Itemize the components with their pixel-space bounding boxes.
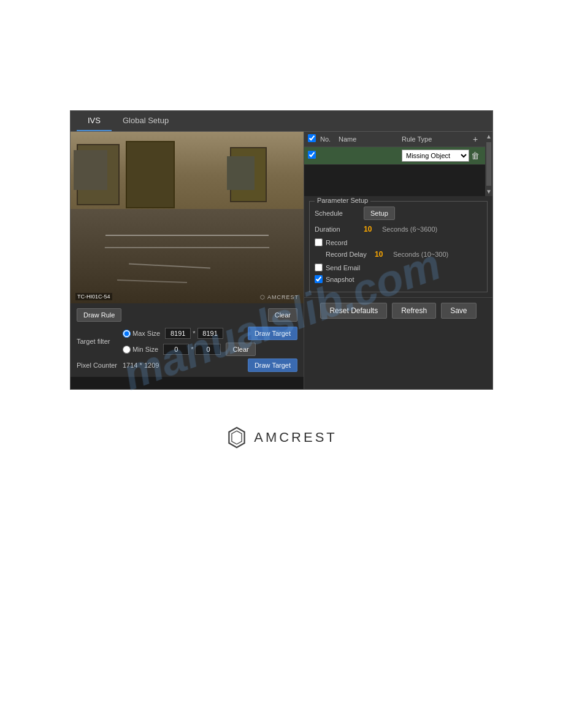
- min-size-width-input[interactable]: [163, 344, 189, 355]
- pixel-multiplier: *: [140, 362, 144, 369]
- scene-door-center: [126, 141, 175, 208]
- record-delay-value: 10: [375, 250, 393, 259]
- send-email-checkbox[interactable]: [315, 264, 323, 271]
- record-delay-label: Record Delay: [326, 251, 375, 258]
- reset-defaults-button[interactable]: Reset Defaults: [320, 303, 387, 319]
- max-size-radio[interactable]: [123, 330, 131, 338]
- snapshot-row: Snapshot: [315, 275, 482, 283]
- page-wrapper: manualslib.com IVS Global Setup: [0, 0, 563, 728]
- rules-body: Missing Object Abandoned Object Tripwire…: [304, 147, 485, 196]
- scrollbar-track: [486, 142, 491, 186]
- ui-container: IVS Global Setup: [70, 110, 493, 390]
- rules-scrollbar: ▲ ▼: [485, 132, 492, 196]
- schedule-label: Schedule: [315, 210, 364, 217]
- draw-target-button-1[interactable]: Draw Target: [248, 327, 297, 340]
- camera-feed: TC-HI01C-54 ⬡ AMCREST Draw Rule Clear Ta…: [71, 132, 304, 389]
- rules-header-type: Rule Type: [402, 135, 469, 143]
- rules-area: No. Name Rule Type +: [304, 132, 492, 196]
- record-delay-row: Record Delay 10 Seconds (10~300): [315, 250, 482, 259]
- min-size-row: Min Size * Clear: [123, 343, 297, 356]
- scrollbar-down[interactable]: ▼: [484, 187, 493, 196]
- max-size-height-input[interactable]: [197, 328, 223, 339]
- tab-bar: IVS Global Setup: [71, 111, 492, 132]
- refresh-button[interactable]: Refresh: [392, 303, 436, 319]
- rules-table: No. Name Rule Type +: [304, 132, 485, 196]
- parameter-setup-legend: Parameter Setup: [315, 197, 370, 204]
- min-size-multiplier: *: [191, 346, 193, 353]
- send-email-row: Send Email: [315, 264, 482, 271]
- rules-header-name: Name: [339, 135, 402, 143]
- pixel-counter-label: Pixel Counter: [77, 362, 123, 369]
- duration-row: Duration 10 Seconds (6~3600): [315, 225, 482, 233]
- pixel-counter-row: Pixel Counter 1714 * 1209 Draw Target: [77, 358, 297, 372]
- record-delay-unit: Seconds (10~300): [393, 251, 448, 258]
- send-email-label: Send Email: [326, 264, 360, 271]
- content-area: TC-HI01C-54 ⬡ AMCREST Draw Rule Clear Ta…: [71, 132, 492, 389]
- table-row: Missing Object Abandoned Object Tripwire…: [304, 147, 485, 165]
- rule-type-select[interactable]: Missing Object Abandoned Object Tripwire…: [402, 150, 469, 162]
- scene-truck-left: [74, 150, 107, 190]
- save-button[interactable]: Save: [441, 303, 476, 319]
- duration-label: Duration: [315, 226, 364, 233]
- max-size-inputs: *: [165, 328, 223, 339]
- rules-header-no: No.: [320, 135, 339, 143]
- clear-button[interactable]: Clear: [268, 308, 297, 322]
- max-size-multiplier: *: [193, 330, 195, 337]
- camera-controls: Draw Rule Clear Target filter Max Size: [71, 303, 304, 377]
- record-row: Record: [315, 238, 482, 246]
- min-size-radio[interactable]: [123, 346, 131, 354]
- snapshot-checkbox[interactable]: [315, 275, 323, 283]
- schedule-setup-button[interactable]: Setup: [364, 207, 395, 220]
- svg-marker-1: [232, 431, 242, 444]
- target-filter-label: Target filter: [77, 338, 123, 345]
- camera-timestamp: TC-HI01C-54: [75, 293, 112, 300]
- amcrest-brand-text: AMCREST: [254, 430, 337, 446]
- max-size-row: Max Size * Draw Target: [123, 327, 297, 340]
- snapshot-label: Snapshot: [326, 276, 354, 283]
- min-size-radio-label[interactable]: Min Size: [123, 346, 158, 354]
- draw-rule-button[interactable]: Draw Rule: [77, 308, 121, 322]
- min-size-height-input[interactable]: [195, 344, 221, 355]
- add-rule-button[interactable]: +: [469, 134, 481, 144]
- parameter-setup: Parameter Setup Schedule Setup Duration …: [309, 201, 488, 292]
- clear-button-2[interactable]: Clear: [226, 343, 255, 356]
- max-size-radio-label[interactable]: Max Size: [123, 330, 160, 338]
- record-checkbox[interactable]: [315, 238, 323, 246]
- rules-header-checkbox: [308, 134, 320, 144]
- bottom-logo: AMCREST: [226, 427, 337, 449]
- min-size-inputs: *: [163, 344, 221, 355]
- rules-select-all-checkbox[interactable]: [308, 134, 316, 142]
- pixel-counter-values: 1714 * 1209: [123, 362, 159, 369]
- target-filter-row: Target filter Max Size *: [77, 327, 297, 356]
- scene-floor: [71, 209, 304, 303]
- draw-target-button-2[interactable]: Draw Target: [248, 358, 297, 372]
- draw-target-col: Draw Target: [248, 327, 297, 340]
- rule-row-checkbox[interactable]: [308, 151, 316, 159]
- camera-logo: ⬡ AMCREST: [260, 294, 299, 300]
- draw-rule-row: Draw Rule Clear: [77, 308, 297, 322]
- camera-view: TC-HI01C-54 ⬡ AMCREST: [71, 132, 304, 303]
- amcrest-hexagon-icon: [226, 427, 248, 449]
- right-panel: No. Name Rule Type +: [304, 132, 492, 389]
- record-label: Record: [326, 239, 347, 246]
- tab-ivs[interactable]: IVS: [77, 111, 112, 131]
- scene-truck-right: [227, 156, 255, 190]
- rule-delete-button[interactable]: 🗑: [469, 151, 481, 161]
- rules-header: No. Name Rule Type +: [304, 132, 485, 147]
- rule-checkbox[interactable]: [308, 151, 320, 161]
- max-size-width-input[interactable]: [165, 328, 191, 339]
- action-buttons: Reset Defaults Refresh Save: [304, 297, 492, 324]
- tab-global-setup[interactable]: Global Setup: [112, 111, 180, 131]
- duration-value: 10: [364, 225, 382, 233]
- scrollbar-up[interactable]: ▲: [484, 132, 493, 141]
- schedule-row: Schedule Setup: [315, 207, 482, 220]
- duration-unit: Seconds (6~3600): [382, 226, 437, 233]
